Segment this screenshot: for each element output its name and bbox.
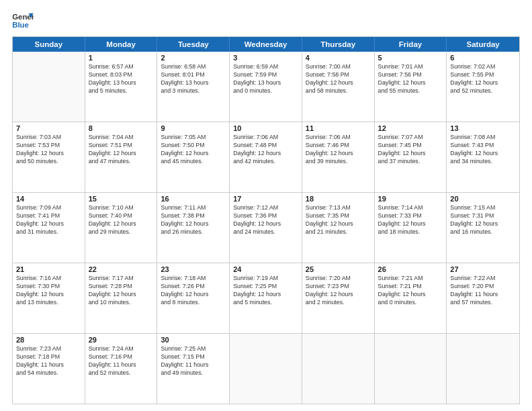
- day-number: 29: [89, 336, 154, 344]
- day-info: Sunrise: 7:10 AM Sunset: 7:40 PM Dayligh…: [89, 204, 154, 236]
- svg-text:Blue: Blue: [12, 21, 29, 29]
- day-cell-28: 28Sunrise: 7:23 AM Sunset: 7:18 PM Dayli…: [13, 334, 85, 404]
- day-info: Sunrise: 7:15 AM Sunset: 7:31 PM Dayligh…: [450, 204, 516, 236]
- weekday-header-sunday: Sunday: [13, 37, 85, 52]
- day-number: 18: [306, 195, 371, 203]
- logo: General Blue: [12, 12, 34, 31]
- calendar-row-2: 7Sunrise: 7:03 AM Sunset: 7:53 PM Daylig…: [13, 122, 519, 193]
- day-info: Sunrise: 7:05 AM Sunset: 7:50 PM Dayligh…: [161, 134, 226, 166]
- day-info: Sunrise: 7:17 AM Sunset: 7:28 PM Dayligh…: [89, 275, 154, 307]
- day-cell-17: 17Sunrise: 7:12 AM Sunset: 7:36 PM Dayli…: [230, 193, 302, 263]
- day-number: 24: [233, 265, 298, 273]
- day-number: 30: [161, 336, 226, 344]
- empty-cell: [447, 334, 519, 404]
- day-info: Sunrise: 7:16 AM Sunset: 7:30 PM Dayligh…: [16, 275, 81, 307]
- header: General Blue: [12, 12, 520, 31]
- day-info: Sunrise: 7:24 AM Sunset: 7:16 PM Dayligh…: [89, 345, 154, 377]
- weekday-header-tuesday: Tuesday: [157, 37, 230, 52]
- logo-icon: General Blue: [12, 12, 34, 31]
- day-number: 25: [306, 265, 371, 273]
- day-number: 17: [233, 195, 298, 203]
- day-info: Sunrise: 7:09 AM Sunset: 7:41 PM Dayligh…: [16, 204, 81, 236]
- weekday-header-wednesday: Wednesday: [230, 37, 302, 52]
- day-cell-16: 16Sunrise: 7:11 AM Sunset: 7:38 PM Dayli…: [157, 193, 230, 263]
- day-cell-20: 20Sunrise: 7:15 AM Sunset: 7:31 PM Dayli…: [447, 193, 519, 263]
- day-number: 1: [89, 54, 154, 62]
- day-info: Sunrise: 7:12 AM Sunset: 7:36 PM Dayligh…: [233, 204, 298, 236]
- day-info: Sunrise: 7:18 AM Sunset: 7:26 PM Dayligh…: [161, 275, 226, 307]
- page: General Blue SundayMondayTuesdayWednesda…: [0, 0, 532, 411]
- day-number: 27: [450, 265, 516, 273]
- day-cell-22: 22Sunrise: 7:17 AM Sunset: 7:28 PM Dayli…: [85, 263, 158, 333]
- empty-cell: [302, 334, 375, 404]
- day-info: Sunrise: 6:59 AM Sunset: 7:59 PM Dayligh…: [233, 63, 298, 95]
- day-number: 11: [306, 124, 371, 132]
- day-cell-13: 13Sunrise: 7:08 AM Sunset: 7:43 PM Dayli…: [447, 122, 519, 192]
- day-info: Sunrise: 7:14 AM Sunset: 7:33 PM Dayligh…: [378, 204, 443, 236]
- day-info: Sunrise: 7:01 AM Sunset: 7:56 PM Dayligh…: [378, 63, 443, 95]
- day-number: 9: [161, 124, 226, 132]
- day-cell-11: 11Sunrise: 7:06 AM Sunset: 7:46 PM Dayli…: [302, 122, 375, 192]
- calendar: SundayMondayTuesdayWednesdayThursdayFrid…: [12, 36, 520, 404]
- day-cell-5: 5Sunrise: 7:01 AM Sunset: 7:56 PM Daylig…: [375, 52, 447, 122]
- day-number: 21: [16, 265, 81, 273]
- day-info: Sunrise: 7:02 AM Sunset: 7:55 PM Dayligh…: [450, 63, 516, 95]
- day-number: 6: [450, 54, 516, 62]
- day-number: 4: [306, 54, 371, 62]
- day-info: Sunrise: 7:00 AM Sunset: 7:58 PM Dayligh…: [306, 63, 371, 95]
- day-number: 26: [378, 265, 443, 273]
- day-cell-15: 15Sunrise: 7:10 AM Sunset: 7:40 PM Dayli…: [85, 193, 158, 263]
- day-cell-12: 12Sunrise: 7:07 AM Sunset: 7:45 PM Dayli…: [375, 122, 447, 192]
- day-cell-19: 19Sunrise: 7:14 AM Sunset: 7:33 PM Dayli…: [375, 193, 447, 263]
- day-number: 12: [378, 124, 443, 132]
- day-cell-2: 2Sunrise: 6:58 AM Sunset: 8:01 PM Daylig…: [157, 52, 230, 122]
- weekday-header-thursday: Thursday: [302, 37, 375, 52]
- calendar-row-5: 28Sunrise: 7:23 AM Sunset: 7:18 PM Dayli…: [13, 334, 519, 404]
- day-cell-9: 9Sunrise: 7:05 AM Sunset: 7:50 PM Daylig…: [157, 122, 230, 192]
- empty-cell: [375, 334, 447, 404]
- day-info: Sunrise: 7:06 AM Sunset: 7:48 PM Dayligh…: [233, 134, 298, 166]
- calendar-body: 1Sunrise: 6:57 AM Sunset: 8:03 PM Daylig…: [13, 52, 519, 404]
- day-number: 22: [89, 265, 154, 273]
- day-info: Sunrise: 7:11 AM Sunset: 7:38 PM Dayligh…: [161, 204, 226, 236]
- day-info: Sunrise: 7:25 AM Sunset: 7:15 PM Dayligh…: [161, 345, 226, 377]
- day-info: Sunrise: 7:03 AM Sunset: 7:53 PM Dayligh…: [16, 134, 81, 166]
- weekday-header-saturday: Saturday: [447, 37, 519, 52]
- day-cell-6: 6Sunrise: 7:02 AM Sunset: 7:55 PM Daylig…: [447, 52, 519, 122]
- day-info: Sunrise: 7:22 AM Sunset: 7:20 PM Dayligh…: [450, 275, 516, 307]
- day-cell-24: 24Sunrise: 7:19 AM Sunset: 7:25 PM Dayli…: [230, 263, 302, 333]
- day-info: Sunrise: 7:20 AM Sunset: 7:23 PM Dayligh…: [306, 275, 371, 307]
- day-number: 19: [378, 195, 443, 203]
- day-cell-14: 14Sunrise: 7:09 AM Sunset: 7:41 PM Dayli…: [13, 193, 85, 263]
- day-cell-18: 18Sunrise: 7:13 AM Sunset: 7:35 PM Dayli…: [302, 193, 375, 263]
- calendar-row-1: 1Sunrise: 6:57 AM Sunset: 8:03 PM Daylig…: [13, 52, 519, 122]
- day-cell-21: 21Sunrise: 7:16 AM Sunset: 7:30 PM Dayli…: [13, 263, 85, 333]
- day-number: 7: [16, 124, 81, 132]
- day-number: 2: [161, 54, 226, 62]
- day-number: 14: [16, 195, 81, 203]
- day-info: Sunrise: 7:06 AM Sunset: 7:46 PM Dayligh…: [306, 134, 371, 166]
- day-cell-3: 3Sunrise: 6:59 AM Sunset: 7:59 PM Daylig…: [230, 52, 302, 122]
- day-number: 8: [89, 124, 154, 132]
- day-cell-4: 4Sunrise: 7:00 AM Sunset: 7:58 PM Daylig…: [302, 52, 375, 122]
- day-info: Sunrise: 7:04 AM Sunset: 7:51 PM Dayligh…: [89, 134, 154, 166]
- day-number: 15: [89, 195, 154, 203]
- day-number: 13: [450, 124, 516, 132]
- day-number: 5: [378, 54, 443, 62]
- day-cell-8: 8Sunrise: 7:04 AM Sunset: 7:51 PM Daylig…: [85, 122, 158, 192]
- day-number: 16: [161, 195, 226, 203]
- empty-cell: [230, 334, 302, 404]
- day-info: Sunrise: 7:19 AM Sunset: 7:25 PM Dayligh…: [233, 275, 298, 307]
- day-info: Sunrise: 7:13 AM Sunset: 7:35 PM Dayligh…: [306, 204, 371, 236]
- day-number: 3: [233, 54, 298, 62]
- day-cell-29: 29Sunrise: 7:24 AM Sunset: 7:16 PM Dayli…: [85, 334, 158, 404]
- day-info: Sunrise: 6:57 AM Sunset: 8:03 PM Dayligh…: [89, 63, 154, 95]
- day-info: Sunrise: 7:07 AM Sunset: 7:45 PM Dayligh…: [378, 134, 443, 166]
- day-cell-23: 23Sunrise: 7:18 AM Sunset: 7:26 PM Dayli…: [157, 263, 230, 333]
- calendar-row-4: 21Sunrise: 7:16 AM Sunset: 7:30 PM Dayli…: [13, 263, 519, 334]
- day-info: Sunrise: 7:23 AM Sunset: 7:18 PM Dayligh…: [16, 345, 81, 377]
- day-cell-25: 25Sunrise: 7:20 AM Sunset: 7:23 PM Dayli…: [302, 263, 375, 333]
- calendar-header: SundayMondayTuesdayWednesdayThursdayFrid…: [13, 37, 519, 52]
- day-info: Sunrise: 6:58 AM Sunset: 8:01 PM Dayligh…: [161, 63, 226, 95]
- day-cell-26: 26Sunrise: 7:21 AM Sunset: 7:21 PM Dayli…: [375, 263, 447, 333]
